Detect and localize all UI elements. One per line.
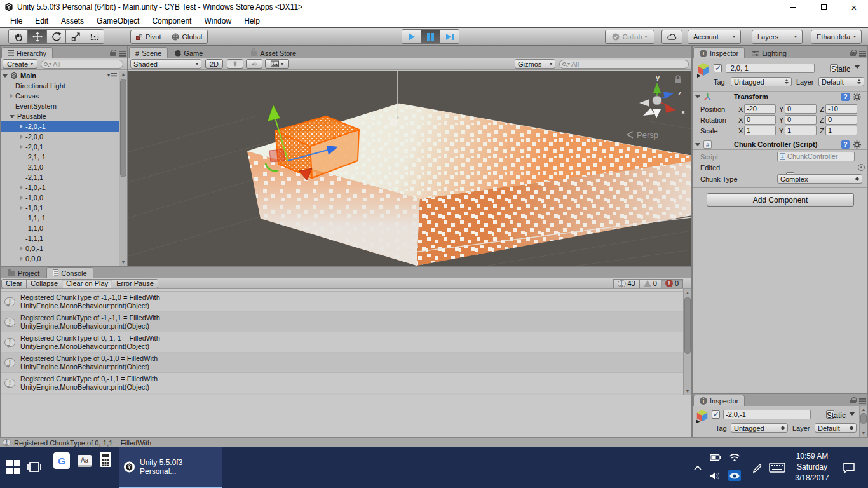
- error-count-button[interactable]: ! 0: [661, 279, 683, 288]
- rotation-y-field[interactable]: 0: [785, 115, 817, 125]
- tab-inspector2[interactable]: i Inspector: [693, 395, 745, 406]
- inspector-lock-icon[interactable]: [850, 50, 856, 57]
- gear-icon[interactable]: [853, 93, 861, 101]
- layer-dropdown[interactable]: Default: [818, 77, 864, 86]
- hierarchy-item[interactable]: 0,0,-1: [1, 243, 119, 254]
- dictionary-app-button[interactable]: Aa: [76, 452, 93, 469]
- console-scrollbar-thumb[interactable]: [684, 297, 691, 354]
- hierarchy-item[interactable]: -1,0,1: [1, 203, 119, 213]
- tag-dropdown[interactable]: Untagged: [731, 423, 788, 433]
- rotation-z-field[interactable]: 0: [825, 115, 857, 125]
- tab-inspector[interactable]: i Inspector: [693, 47, 745, 58]
- inspector2-menu-icon[interactable]: [859, 398, 866, 405]
- tab-lighting[interactable]: Lighting: [745, 47, 793, 58]
- help-icon[interactable]: ?: [841, 93, 850, 101]
- battery-icon[interactable]: [710, 454, 721, 461]
- console-scroll-down-icon[interactable]: ▼: [684, 388, 691, 395]
- menu-assets[interactable]: Assets: [55, 17, 90, 25]
- hierarchy-item[interactable]: 0,0,0: [1, 254, 119, 264]
- console-scrollbar[interactable]: ▲ ▼: [683, 289, 691, 395]
- axis-x-label[interactable]: x: [681, 108, 686, 116]
- rect-tool-button[interactable]: [85, 29, 104, 44]
- tray-clock[interactable]: 10:59 AM Saturday 3/18/2017: [788, 451, 836, 484]
- expand-arrow-icon[interactable]: [20, 144, 23, 149]
- console-log-entry[interactable]: !Registered ChunkType of 0,-1,0 = Filled…: [1, 353, 683, 373]
- pivot-toggle-button[interactable]: Pivot: [130, 30, 166, 44]
- wifi-icon[interactable]: [729, 453, 740, 462]
- scene-menu-icon[interactable]: ▾: [107, 73, 117, 78]
- play-button[interactable]: [402, 29, 421, 44]
- minimize-button[interactable]: [780, 0, 806, 14]
- hierarchy-item[interactable]: -1,1,-1: [1, 213, 119, 223]
- hierarchy-item[interactable]: -1,0,-1: [1, 182, 119, 193]
- position-y-field[interactable]: 0: [785, 104, 817, 114]
- hierarchy-item[interactable]: -1,0,0: [1, 193, 119, 203]
- scene-audio-toggle[interactable]: [246, 59, 262, 69]
- eye-app-icon[interactable]: [728, 470, 741, 481]
- inspector2-scrollbar[interactable]: ▲ ▼: [859, 406, 867, 437]
- chunk-controller-header[interactable]: # Chunk Controller (Script) ?: [693, 139, 867, 150]
- tab-game[interactable]: Game: [168, 47, 209, 58]
- tab-project[interactable]: Project: [1, 267, 46, 278]
- title-bar[interactable]: Unity 5.5.0f3 Personal (64bit) - Main.un…: [0, 0, 868, 14]
- restore-button[interactable]: [811, 0, 836, 14]
- component-collapse-icon[interactable]: [695, 143, 700, 146]
- task-view-button[interactable]: [27, 461, 42, 473]
- expand-arrow-icon[interactable]: [20, 205, 23, 210]
- lock-icon[interactable]: [110, 50, 116, 57]
- action-center-icon[interactable]: [843, 463, 855, 473]
- error-pause-button[interactable]: Error Pause: [112, 279, 158, 288]
- menu-component[interactable]: Component: [146, 17, 198, 25]
- gizmos-dropdown[interactable]: Gizmos▾: [515, 59, 555, 69]
- script-reference-field[interactable]: # ChunkController: [777, 152, 855, 161]
- gameobject-name-field[interactable]: -2,0,-1: [723, 410, 811, 419]
- pen-icon[interactable]: [752, 461, 763, 474]
- help-icon[interactable]: ?: [841, 140, 850, 149]
- tab-console[interactable]: Console: [46, 267, 93, 278]
- global-toggle-button[interactable]: Global: [166, 30, 208, 44]
- hierarchy-item[interactable]: -2,1,-1: [1, 152, 119, 162]
- rotation-x-field[interactable]: 0: [744, 115, 776, 125]
- close-button[interactable]: ×: [841, 0, 867, 14]
- add-component-button[interactable]: Add Component: [707, 193, 854, 207]
- info-count-button[interactable]: ! 43: [613, 279, 640, 288]
- active-checkbox[interactable]: [714, 64, 722, 72]
- cloud-button[interactable]: [661, 30, 682, 44]
- touch-keyboard-icon[interactable]: [769, 463, 785, 473]
- position-x-field[interactable]: -20: [744, 104, 776, 114]
- static-caret-icon[interactable]: [854, 65, 860, 69]
- scrollbar-thumb[interactable]: [120, 79, 126, 177]
- scale-z-field[interactable]: 1: [825, 126, 857, 135]
- scene-viewport[interactable]: y z x Persp: [128, 71, 691, 266]
- component-collapse-icon[interactable]: [695, 95, 700, 98]
- expand-arrow-icon[interactable]: [20, 185, 23, 190]
- calculator-app-button[interactable]: [99, 451, 112, 468]
- gameobject-cube-icon[interactable]: [695, 409, 709, 423]
- scroll-down-icon[interactable]: ▼: [119, 259, 127, 266]
- scene-lighting-toggle[interactable]: [227, 59, 243, 69]
- volume-icon[interactable]: [710, 471, 721, 480]
- tag-dropdown[interactable]: Untagged: [731, 77, 792, 86]
- move-tool-button[interactable]: [27, 29, 47, 44]
- panel-menu-icon[interactable]: [119, 50, 126, 58]
- warning-count-button[interactable]: 0: [639, 279, 661, 288]
- scroll-up-icon[interactable]: ▲: [860, 406, 867, 413]
- hierarchy-item[interactable]: -2,0,1: [1, 142, 119, 152]
- hand-tool-button[interactable]: [8, 29, 28, 44]
- hierarchy-scrollbar[interactable]: ▲ ▼: [119, 71, 127, 266]
- tab-scene[interactable]: # Scene: [129, 47, 168, 58]
- inspector2-lock-icon[interactable]: [850, 397, 856, 405]
- create-button[interactable]: Create▾: [3, 59, 37, 69]
- step-button[interactable]: [440, 29, 459, 44]
- scale-tool-button[interactable]: [65, 29, 85, 44]
- console-log-entry[interactable]: !Registered ChunkType of -1,-1,1 = Fille…: [1, 312, 683, 332]
- menu-file[interactable]: File: [4, 17, 29, 25]
- console-detail-pane[interactable]: [1, 395, 691, 437]
- hierarchy-item[interactable]: Canvas: [1, 91, 119, 101]
- hierarchy-scene-root[interactable]: Main ▾: [1, 71, 119, 81]
- gameobject-cube-icon[interactable]: [696, 62, 711, 78]
- object-picker-icon[interactable]: [858, 164, 865, 171]
- menu-edit[interactable]: Edit: [29, 17, 55, 25]
- chunk-type-dropdown[interactable]: Complex: [777, 174, 862, 184]
- layers-dropdown[interactable]: Layers▾: [752, 30, 803, 44]
